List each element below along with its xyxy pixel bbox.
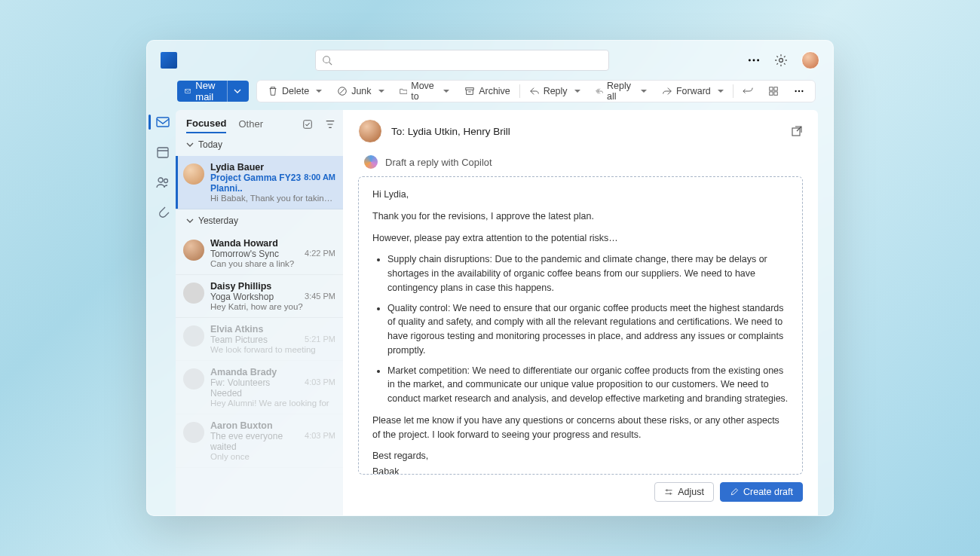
forward-button[interactable]: Forward: [656, 83, 730, 99]
svg-point-14: [795, 90, 796, 92]
archive-button[interactable]: Archive: [458, 83, 516, 99]
mail-item[interactable]: Elvia Atkins Team Pictures5:21 PM We loo…: [176, 318, 343, 361]
svg-point-5: [779, 59, 783, 63]
nav-files-icon[interactable]: [155, 205, 170, 220]
copilot-icon: [364, 155, 378, 169]
mail-preview: We look forward to meeting: [210, 345, 335, 354]
mail-time: 4:22 PM: [305, 249, 335, 259]
body: Focused Other Today Lydia Bauer Project …: [147, 110, 833, 515]
new-mail-dropdown[interactable]: [227, 81, 246, 102]
mail-item[interactable]: Amanda Brady Fw: Volunteers Needed4:03 P…: [176, 361, 343, 414]
svg-rect-18: [158, 148, 168, 157]
tab-other[interactable]: Other: [238, 115, 263, 133]
more-icon[interactable]: [747, 53, 761, 67]
mail-time: 4:03 PM: [305, 431, 335, 452]
svg-rect-11: [773, 87, 776, 90]
svg-rect-17: [157, 118, 169, 127]
more-icon: [794, 86, 804, 96]
svg-point-16: [801, 90, 803, 92]
chevron-down-icon: [186, 217, 194, 225]
junk-button[interactable]: Junk: [331, 83, 390, 99]
copilot-prompt-text: Draft a reply with Copilot: [385, 157, 492, 168]
svg-point-4: [757, 60, 759, 62]
mail-time: 3:45 PM: [305, 292, 335, 302]
group-today[interactable]: Today: [176, 133, 343, 156]
group-today-label: Today: [198, 139, 222, 150]
mail-preview: Hi Babak, Thank you for taking the: [210, 194, 335, 203]
grid-icon: [768, 86, 779, 96]
group-yesterday[interactable]: Yesterday: [176, 209, 343, 232]
move-to-button[interactable]: Move to: [394, 78, 456, 105]
mail-item[interactable]: Lydia Bauer Project Gamma FY23 Planni..8…: [176, 156, 343, 209]
create-draft-label: Create draft: [743, 487, 793, 497]
svg-rect-10: [769, 87, 772, 90]
reply-button[interactable]: Reply: [523, 83, 586, 99]
mail-subject: The eve everyone waited: [210, 431, 302, 452]
nav-rail: [150, 110, 176, 515]
user-avatar[interactable]: [801, 51, 819, 69]
adjust-button[interactable]: Adjust: [654, 482, 714, 502]
svg-point-21: [164, 179, 168, 183]
outlook-logo-icon: [161, 52, 177, 69]
settings-gear-icon[interactable]: [774, 53, 788, 67]
mail-item[interactable]: Aaron Buxton The eve everyone waited4:03…: [176, 414, 343, 468]
sender-avatar: [183, 422, 204, 443]
tab-focused[interactable]: Focused: [186, 115, 226, 133]
move-to-label: Move to: [411, 81, 436, 102]
outlook-window: New mail Delete Junk Move to Archive Rep…: [146, 40, 834, 516]
filter-icon[interactable]: [325, 119, 335, 130]
mail-preview: Only once: [210, 452, 335, 461]
to-line: To: Lydia Utkin, Henry Brill: [391, 126, 510, 137]
mail-item[interactable]: Wanda Howard Tomorrow's Sync4:22 PM Can …: [176, 232, 343, 275]
mail-subject: Project Gamma FY23 Planni..: [210, 173, 301, 194]
popout-icon[interactable]: [791, 125, 803, 137]
create-draft-button[interactable]: Create draft: [720, 482, 803, 502]
undo-button[interactable]: [737, 83, 759, 99]
mail-from: Wanda Howard: [210, 238, 335, 249]
svg-rect-9: [466, 88, 474, 90]
delete-button[interactable]: Delete: [262, 83, 328, 99]
sender-avatar: [183, 368, 204, 390]
draft-bullet: Supply chain disruptions: Due to the pan…: [387, 252, 789, 295]
mail-item[interactable]: Daisy Phillips Yoga Workshop3:45 PM Hey …: [176, 275, 343, 318]
overflow-button[interactable]: [788, 83, 810, 99]
mail-preview: Hey Alumni! We are looking for: [210, 399, 335, 408]
new-mail-label: New mail: [195, 80, 219, 102]
svg-point-3: [753, 60, 755, 62]
inbox-tabs: Focused Other: [176, 110, 343, 133]
mail-time: 5:21 PM: [305, 335, 335, 345]
chevron-down-icon: [186, 141, 194, 148]
block-icon: [337, 86, 348, 96]
search-input[interactable]: [315, 50, 609, 71]
mail-preview: Hey Katri, how are you?: [210, 302, 335, 311]
nav-mail-icon[interactable]: [155, 115, 170, 130]
to-recipients: Lydia Utkin, Henry Brill: [408, 126, 510, 137]
reply-icon: [529, 86, 540, 96]
view-button[interactable]: [762, 83, 785, 99]
new-mail-button[interactable]: New mail: [177, 81, 249, 102]
nav-people-icon[interactable]: [155, 175, 170, 190]
copilot-prompt-row[interactable]: Draft a reply with Copilot: [358, 151, 803, 176]
reply-all-button[interactable]: Reply all: [590, 78, 653, 105]
nav-calendar-icon[interactable]: [155, 145, 170, 160]
pen-icon: [730, 487, 739, 496]
mail-from: Aaron Buxton: [210, 420, 335, 431]
svg-line-8: [340, 89, 345, 94]
forward-label: Forward: [676, 86, 711, 96]
titlebar: [147, 41, 833, 77]
draft-paragraph: Please let me know if you have any quest…: [372, 414, 789, 442]
folder-move-icon: [400, 86, 408, 96]
svg-point-15: [798, 90, 799, 92]
reading-header: To: Lydia Utkin, Henry Brill: [358, 119, 803, 151]
draft-greeting: Hi Lydia,: [372, 188, 789, 202]
select-all-icon[interactable]: [302, 119, 313, 130]
junk-label: Junk: [351, 86, 371, 96]
copilot-draft-box: Hi Lydia, Thank you for the revisions, I…: [358, 176, 803, 475]
reply-label: Reply: [544, 86, 568, 96]
mail-subject: Fw: Volunteers Needed: [210, 377, 302, 399]
svg-rect-13: [773, 92, 776, 95]
separator: [733, 84, 733, 98]
sender-avatar: [183, 283, 204, 304]
draft-signoff: Best regards,: [372, 449, 789, 463]
draft-paragraph: However, please pay extra attention to t…: [372, 231, 789, 246]
